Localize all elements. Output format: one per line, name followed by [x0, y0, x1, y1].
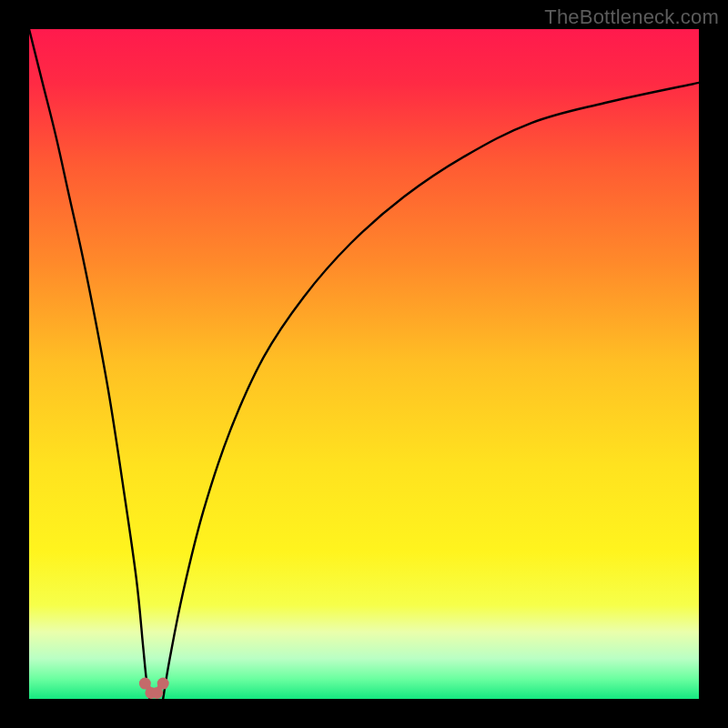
watermark-text: TheBottleneck.com: [544, 5, 719, 29]
dip-marker: [157, 678, 169, 690]
chart-frame: TheBottleneck.com: [0, 0, 728, 728]
gradient-background: [29, 29, 699, 699]
chart-svg: [29, 29, 699, 699]
plot-area: [29, 29, 699, 699]
